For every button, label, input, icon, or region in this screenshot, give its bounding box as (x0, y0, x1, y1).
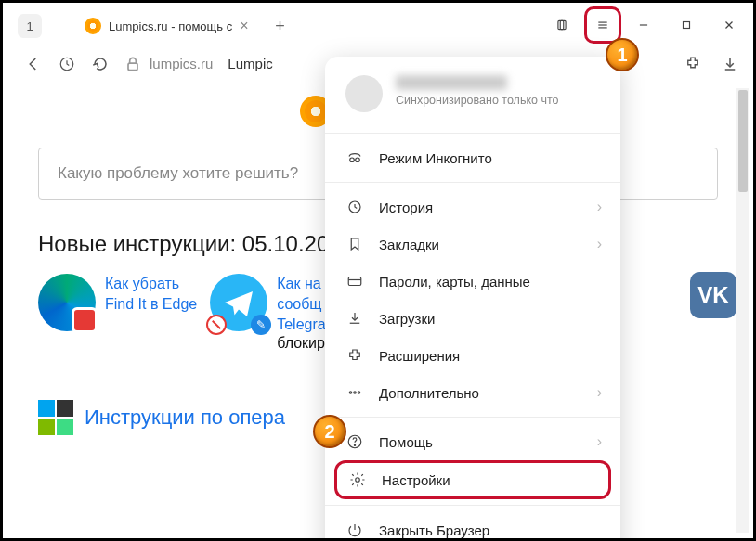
svg-point-19 (349, 392, 351, 393)
url-domain: lumpics.ru (150, 56, 213, 71)
browser-menu: Синхронизировано только что Режим Инкогн… (325, 57, 620, 541)
new-tab-button[interactable]: + (267, 13, 293, 39)
callout-1: 1 (606, 38, 639, 71)
sync-status: Синхронизировано только что (396, 94, 559, 107)
favorites-icon[interactable] (541, 9, 582, 41)
chevron-right-icon: › (597, 199, 602, 215)
search-placeholder: Какую проблему хотите решить? (58, 164, 298, 183)
svg-rect-10 (128, 63, 137, 71)
chevron-right-icon: › (597, 384, 602, 401)
back-button[interactable] (23, 54, 44, 74)
dots-icon (345, 383, 364, 402)
menu-downloads[interactable]: Загрузки (325, 300, 620, 337)
svg-rect-1 (560, 20, 566, 29)
edge-icon (38, 274, 96, 331)
article-1-text: Как убрать Find It в Edge (105, 274, 197, 315)
instructions-link[interactable]: Инструкции по опера (85, 406, 285, 430)
url-page-title: Lumpic (228, 56, 272, 71)
svg-rect-0 (558, 20, 564, 29)
minimize-button[interactable] (623, 9, 664, 41)
gear-icon (348, 470, 367, 489)
user-name-blurred (396, 75, 507, 90)
incognito-icon (345, 148, 364, 167)
svg-rect-6 (684, 22, 690, 29)
telegram-icon (210, 274, 267, 331)
reload-button[interactable] (90, 54, 111, 74)
svg-point-20 (354, 392, 356, 393)
chevron-right-icon: › (597, 236, 602, 252)
menu-more[interactable]: Дополнительно › (325, 374, 620, 411)
close-window-button[interactable] (709, 9, 749, 41)
menu-extensions[interactable]: Расширения (325, 337, 620, 374)
article-1[interactable]: Как убрать Find It в Edge (38, 274, 197, 352)
menu-help[interactable]: Помощь › (325, 423, 620, 460)
orange-icon (85, 18, 101, 34)
vertical-scrollbar[interactable] (736, 88, 749, 533)
yandex-icon[interactable] (57, 54, 77, 74)
menu-settings[interactable]: Настройки (334, 460, 611, 499)
extensions-icon[interactable] (683, 54, 703, 74)
card-icon (345, 272, 364, 290)
menu-history[interactable]: История › (325, 188, 620, 225)
edit-badge-icon (251, 315, 271, 335)
os-grid-icon (38, 400, 73, 435)
menu-separator (325, 505, 620, 506)
svg-point-21 (358, 392, 359, 393)
svg-point-13 (356, 158, 360, 162)
menu-separator (325, 133, 620, 134)
addressbar-right (683, 54, 740, 74)
menu-passwords[interactable]: Пароли, карты, данные (325, 263, 620, 300)
lock-icon (124, 55, 142, 73)
window-controls (541, 6, 749, 44)
history-icon (345, 198, 364, 216)
bookmark-icon (345, 235, 364, 253)
menu-separator (325, 182, 620, 183)
chevron-right-icon: › (597, 433, 602, 450)
menu-close-browser[interactable]: Закрыть Браузер (325, 511, 620, 541)
puzzle-icon (345, 346, 364, 365)
power-icon (345, 521, 364, 539)
url-box[interactable]: lumpics.ru Lumpic (124, 55, 273, 73)
download-icon (345, 309, 364, 328)
svg-point-23 (354, 444, 355, 445)
avatar (345, 75, 383, 112)
close-tab-icon[interactable]: × (240, 18, 248, 34)
svg-point-12 (350, 158, 355, 162)
tab-title: Lumpics.ru - помощь с (109, 19, 232, 33)
hamburger-highlight (584, 6, 621, 44)
svg-point-24 (356, 478, 360, 483)
menu-incognito[interactable]: Режим Инкогнито (325, 139, 620, 176)
svg-rect-16 (348, 277, 361, 286)
maximize-button[interactable] (666, 9, 707, 41)
block-badge-icon (206, 315, 227, 335)
browser-tab[interactable]: Lumpics.ru - помощь с × (75, 10, 258, 42)
menu-user-section[interactable]: Синхронизировано только что (325, 70, 620, 127)
titlebar: 1 Lumpics.ru - помощь с × + (3, 3, 753, 44)
callout-2: 2 (313, 415, 346, 448)
scrollbar-thumb[interactable] (738, 90, 748, 192)
menu-separator (325, 417, 620, 418)
vk-badge[interactable]: VK (690, 272, 736, 318)
menu-button[interactable] (588, 10, 618, 40)
tab-group: 1 Lumpics.ru - помощь с × + (3, 3, 293, 42)
downloads-icon[interactable] (720, 54, 740, 74)
menu-bookmarks[interactable]: Закладки › (325, 225, 620, 263)
tab-index-badge[interactable]: 1 (18, 14, 42, 38)
help-icon (345, 432, 364, 451)
